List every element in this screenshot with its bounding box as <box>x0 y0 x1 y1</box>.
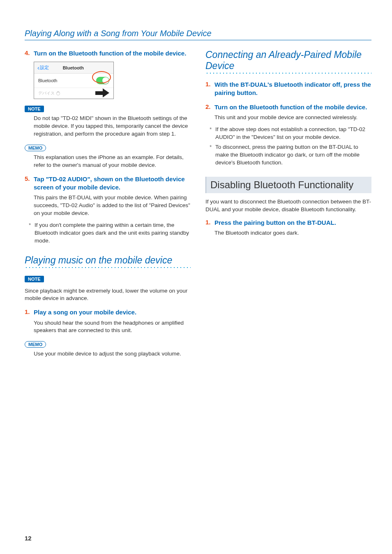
bt-screen-title: Bluetooth <box>63 65 84 70</box>
memo-block-2: MEMO Use your mobile device to adjust th… <box>25 340 191 358</box>
two-column-layout: 4. Turn on the Bluetooth function of the… <box>25 49 371 364</box>
step-title: With the BT-DUAL's Bluetooth indicator o… <box>214 81 371 97</box>
arrow-body-icon <box>95 91 103 95</box>
dotted-divider <box>205 72 371 74</box>
step-title: Turn on the Bluetooth function of the mo… <box>214 103 367 111</box>
memo-text: Use your mobile device to adjust the son… <box>34 350 191 358</box>
note-text: Since playback might be extremely loud, … <box>25 287 191 303</box>
step-body: This unit and your mobile device are con… <box>214 114 371 122</box>
section-heading-disabling: Disabling Bluetooth Functionality <box>205 177 371 193</box>
bluetooth-screenshot: ‹ 設定 Bluetooth Bluetooth デバイス <box>34 62 114 99</box>
bullet-text: To disconnect, press the pairing button … <box>215 143 371 167</box>
step-title: Turn on the Bluetooth function of the mo… <box>34 49 186 58</box>
step-number: 1. <box>25 308 34 316</box>
step-4: 4. Turn on the Bluetooth function of the… <box>25 49 191 58</box>
step-body: This pairs the BT-DUAL with your mobile … <box>34 194 191 217</box>
memo-block-1: MEMO This explanation uses the iPhone as… <box>25 144 191 169</box>
bt-row-label: Bluetooth <box>38 78 57 83</box>
dotted-divider <box>25 267 191 268</box>
bullet-text: If the above step does not establish a c… <box>215 126 371 141</box>
step-r1: 1. With the BT-DUAL's Bluetooth indicato… <box>205 81 371 97</box>
step-play-1: 1. Play a song on your mobile device. <box>25 308 191 316</box>
step-number: 4. <box>25 49 34 58</box>
step-number: 5. <box>25 175 34 192</box>
toggle-on-icon <box>96 77 109 84</box>
page-title: Playing Along with a Song from Your Mobi… <box>25 29 371 40</box>
left-column: 4. Turn on the Bluetooth function of the… <box>25 49 191 364</box>
step-number: 2. <box>205 103 214 111</box>
bullet-item: * To disconnect, press the pairing butto… <box>210 143 371 167</box>
memo-badge: MEMO <box>25 341 46 348</box>
section-heading-playing-music: Playing music on the mobile device <box>25 255 191 266</box>
chevron-left-icon: ‹ <box>37 65 39 71</box>
note-text: Do not tap "TD-02 MIDI" shown in the Blu… <box>34 115 191 138</box>
step-body: You should hear the sound from the headp… <box>34 319 191 335</box>
step-title: Play a song on your mobile device. <box>34 308 136 316</box>
asterisk-icon: * <box>210 143 215 167</box>
memo-text: This explanation uses the iPhone as an e… <box>34 154 191 169</box>
bullet-text: If you don't complete the pairing within… <box>35 222 191 245</box>
step-number: 1. <box>205 81 214 97</box>
asterisk-icon: * <box>29 222 35 245</box>
asterisk-icon: * <box>210 126 215 141</box>
page-number: 12 <box>25 535 32 542</box>
right-column: Connecting an Already-Paired Mobile Devi… <box>205 49 371 364</box>
note-block-2: NOTE Since playback might be extremely l… <box>25 275 191 303</box>
step-5: 5. Tap "TD-02 AUDIO", shown on the Bluet… <box>25 175 191 192</box>
note-badge: NOTE <box>25 106 44 112</box>
intro-paragraph: If you want to disconnect the Bluetooth … <box>205 198 371 214</box>
bt-back-button: ‹ 設定 <box>37 65 49 71</box>
bullet-item: * If the above step does not establish a… <box>210 126 371 141</box>
memo-badge: MEMO <box>25 145 46 151</box>
step-body: The Bluetooth indicator goes dark. <box>214 229 371 237</box>
bt-toggle-row: Bluetooth <box>34 74 113 88</box>
bt-header-bar: ‹ 設定 Bluetooth <box>34 62 113 74</box>
note-badge: NOTE <box>25 276 44 282</box>
step-number: 1. <box>205 219 214 227</box>
step-r2: 2. Turn on the Bluetooth function of the… <box>205 103 371 111</box>
step-title: Press the pairing button on the BT-DUAL. <box>214 219 336 227</box>
section-heading-connecting: Connecting an Already-Paired Mobile Devi… <box>205 49 371 72</box>
note-block-1: NOTE Do not tap "TD-02 MIDI" shown in th… <box>25 105 191 138</box>
spinner-icon <box>56 92 60 95</box>
bt-back-label: 設定 <box>40 65 49 71</box>
bt-devices-label: デバイス <box>38 90 55 96</box>
bullet-item: * If you don't complete the pairing with… <box>29 222 191 245</box>
arrow-right-icon <box>103 88 109 97</box>
step-d1: 1. Press the pairing button on the BT-DU… <box>205 219 371 227</box>
step-title: Tap "TD-02 AUDIO", shown on the Bluetoot… <box>34 175 191 192</box>
